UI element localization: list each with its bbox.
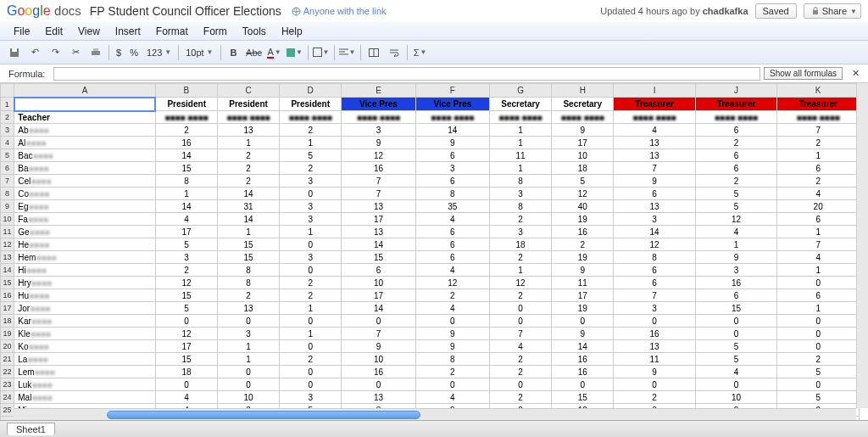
cell[interactable]: Kle■■■■ (14, 328, 156, 340)
cell[interactable]: Ba■■■■ (14, 162, 156, 175)
cell[interactable]: 5 (777, 391, 860, 404)
cell[interactable]: 14 (415, 124, 489, 137)
col-header-A[interactable]: A (14, 84, 156, 98)
cell[interactable]: ■■■■ ■■■■ (415, 111, 489, 124)
cell[interactable]: 0 (280, 366, 342, 378)
cell[interactable]: 6 (342, 264, 415, 277)
cell[interactable]: 0 (280, 264, 342, 277)
row-header[interactable]: 4 (1, 137, 14, 149)
cell[interactable]: 6 (695, 149, 777, 162)
cell[interactable]: 0 (490, 315, 552, 328)
cell[interactable]: 16 (552, 366, 614, 378)
cell[interactable]: Secretary (552, 98, 614, 111)
cell[interactable]: 4 (415, 391, 489, 404)
cell[interactable]: 3 (155, 251, 217, 264)
cell[interactable]: 14 (552, 340, 614, 353)
cell[interactable]: 14 (155, 200, 217, 213)
cell[interactable]: Ab■■■■ (14, 124, 156, 137)
cell[interactable]: 0 (280, 188, 342, 200)
cell[interactable]: Bac■■■■ (14, 149, 156, 162)
cell[interactable]: 4 (415, 264, 489, 277)
formula-icon[interactable]: Σ▼ (411, 44, 430, 61)
cell[interactable]: 8 (490, 175, 552, 188)
cell[interactable]: 2 (695, 175, 777, 188)
cell[interactable]: 11 (614, 353, 696, 366)
cell[interactable]: 4 (695, 226, 777, 238)
cell[interactable]: 0 (280, 315, 342, 328)
print-icon[interactable] (86, 44, 105, 61)
cell[interactable]: 16 (552, 353, 614, 366)
cell[interactable]: 0 (280, 378, 342, 391)
cell[interactable]: President (155, 98, 217, 111)
cell[interactable]: 6 (777, 162, 860, 175)
cell[interactable]: 8 (415, 188, 489, 200)
cell[interactable]: 12 (155, 277, 217, 289)
col-header-B[interactable]: B (155, 84, 217, 98)
cell[interactable]: Fa■■■■ (14, 213, 156, 226)
cell[interactable]: President (218, 98, 280, 111)
cell[interactable]: 18 (552, 162, 614, 175)
cell[interactable]: ■■■■ ■■■■ (552, 111, 614, 124)
cell[interactable]: 2 (777, 137, 860, 149)
cell[interactable]: 7 (490, 328, 552, 340)
horizontal-scrollbar[interactable] (14, 408, 856, 420)
row-header[interactable]: 13 (1, 251, 14, 264)
col-header-K[interactable]: K (777, 84, 860, 98)
cell[interactable]: 3 (415, 162, 489, 175)
cell[interactable]: 2 (218, 162, 280, 175)
cell[interactable]: 35 (415, 200, 489, 213)
cell[interactable]: 1 (490, 162, 552, 175)
cell[interactable]: 3 (280, 175, 342, 188)
cell[interactable]: 6 (695, 124, 777, 137)
cell[interactable]: 4 (155, 391, 217, 404)
cell[interactable]: 0 (218, 366, 280, 378)
row-header[interactable]: 7 (1, 175, 14, 188)
cell[interactable]: 4 (155, 213, 217, 226)
cell[interactable]: 0 (415, 315, 489, 328)
cell[interactable]: 8 (155, 175, 217, 188)
cell[interactable]: 14 (155, 149, 217, 162)
cell[interactable]: 15 (342, 251, 415, 264)
cell[interactable]: 12 (342, 149, 415, 162)
cell[interactable]: 0 (218, 378, 280, 391)
cell[interactable]: La■■■■ (14, 353, 156, 366)
cell[interactable]: 1 (280, 226, 342, 238)
cell[interactable]: 0 (552, 315, 614, 328)
cell[interactable]: Luk■■■■ (14, 378, 156, 391)
cell[interactable]: Hi■■■■ (14, 264, 156, 277)
cut-icon[interactable]: ✂ (66, 44, 85, 61)
cell[interactable]: 2 (415, 289, 489, 302)
cell[interactable]: 2 (490, 353, 552, 366)
col-header-I[interactable]: I (614, 84, 696, 98)
cell[interactable]: Lem■■■■ (14, 366, 156, 378)
cell[interactable]: 6 (695, 162, 777, 175)
cell[interactable]: 20 (777, 200, 860, 213)
row-header[interactable]: 22 (1, 366, 14, 378)
row-header[interactable]: 8 (1, 188, 14, 200)
sheet-tab[interactable]: Sheet1 (7, 423, 55, 435)
row-header[interactable]: 21 (1, 353, 14, 366)
cell[interactable]: ■■■■ ■■■■ (155, 111, 217, 124)
row-header[interactable]: 6 (1, 162, 14, 175)
cell[interactable]: 10 (342, 353, 415, 366)
cell[interactable]: 0 (614, 315, 696, 328)
cell[interactable]: 14 (614, 226, 696, 238)
cell[interactable]: 13 (342, 226, 415, 238)
share-button[interactable]: Share ▼ (804, 3, 861, 19)
cell[interactable]: 7 (614, 289, 696, 302)
cell[interactable]: 2 (490, 251, 552, 264)
cell[interactable]: 4 (777, 188, 860, 200)
row-header[interactable]: 12 (1, 238, 14, 251)
cell[interactable]: 12 (415, 277, 489, 289)
cell[interactable]: 16 (552, 226, 614, 238)
cell[interactable]: Treasurer (777, 98, 860, 111)
cell[interactable]: 12 (155, 328, 217, 340)
cell[interactable]: 7 (342, 175, 415, 188)
cell[interactable]: 4 (614, 124, 696, 137)
cell[interactable]: 2 (614, 391, 696, 404)
cell[interactable]: 19 (552, 251, 614, 264)
cell[interactable]: Treasurer (614, 98, 696, 111)
menu-insert[interactable]: Insert (108, 24, 147, 39)
cell[interactable]: 13 (342, 391, 415, 404)
cell[interactable]: 2 (280, 289, 342, 302)
